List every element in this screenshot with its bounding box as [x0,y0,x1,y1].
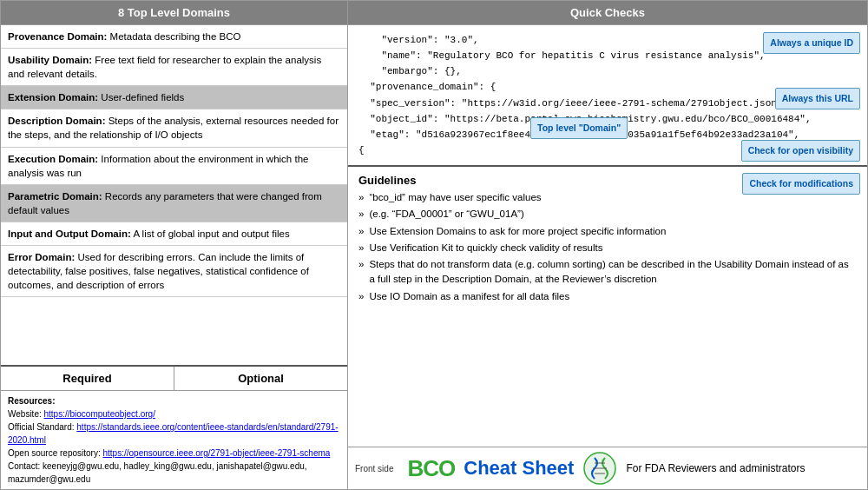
domain-name: Description Domain: [8,116,105,126]
bottom-row: Required Optional [1,365,347,390]
domain-name: Parametric Domain: [8,191,102,202]
domain-row: Parametric Domain: Records any parameter… [1,185,347,222]
website-link[interactable]: https://biocomputeobject.org/ [44,409,155,419]
footer-sub: For FDA Reviewers and administrators [626,462,805,474]
always-unique-id-annotation: Always a unique ID [763,32,860,54]
guideline-item: »(e.g. “FDA_00001” or “GWU_01A”) [358,207,857,222]
domain-name: Usability Domain: [8,55,92,65]
domain-desc: User-defined fields [101,92,184,103]
bco-logo: BCO [407,455,455,482]
repo-link[interactable]: https://opensource.ieee.org/2791-object/… [103,448,331,458]
domain-name: Extension Domain: [8,92,98,103]
left-header: 8 Top Level Domains [1,1,347,25]
domain-name: Execution Domain: [8,154,98,164]
guideline-text: (e.g. “FDA_00001” or “GWU_01A”) [369,207,523,222]
guidelines-section: Guidelines »“bco_id” may have user speci… [348,167,867,447]
standard-label: Official Standard: [8,422,76,432]
guideline-text: Use Extension Domains to ask for more pr… [369,224,666,239]
footer-area: Front side BCO Cheat Sheet For FDA Revie… [348,447,867,489]
bullet: » [358,289,364,304]
json-section: "version": "3.0", "name": "Regulatory BC… [348,25,867,167]
domain-row: Error Domain: Used for describing errors… [1,246,347,297]
domains-container: Provenance Domain: Metadata describing t… [1,25,347,297]
domain-row: Execution Domain: Information about the … [1,148,347,185]
optional-cell: Optional [174,367,347,390]
website-label: Website: [8,409,44,419]
domain-row: Input and Output Domain: A list of globa… [1,222,347,246]
domain-desc: A list of global input and output files [133,228,289,239]
guideline-text: “bco_id” may have user specific values [369,190,541,205]
quick-checks-header: Quick Checks [348,1,867,25]
guideline-text: Use IO Domain as a manifest for all data… [369,289,569,304]
domain-name: Error Domain: [8,252,75,262]
domain-row: Provenance Domain: Metadata describing t… [1,25,347,49]
cheat-sheet-logo: Cheat Sheet [464,457,574,480]
left-panel: 8 Top Level Domains Provenance Domain: M… [1,1,348,489]
repo-label: Open source repository: [8,448,103,458]
front-side-label: Front side [355,464,393,473]
domain-name: Provenance Domain: [8,31,107,42]
guideline-item: »Use Extension Domains to ask for more p… [358,224,857,239]
domain-row: Usability Domain: Free text field for re… [1,49,347,86]
footer-sub-label: For FDA Reviewers and administrators [626,462,805,474]
main-container: 8 Top Level Domains Provenance Domain: M… [0,0,868,490]
domain-row: Extension Domain: User-defined fields [1,86,347,109]
guideline-text: Steps that do not transform data (e.g. c… [369,257,857,288]
guideline-item: »Steps that do not transform data (e.g. … [358,257,857,288]
guideline-item: »Use IO Domain as a manifest for all dat… [358,289,857,304]
resources-section: Resources: Website: https://biocomputeob… [1,390,347,489]
right-panel: Quick Checks "version": "3.0", "name": "… [348,1,867,489]
domain-name: Input and Output Domain: [8,228,131,239]
domain-desc: Metadata describing the BCO [110,31,241,42]
always-this-url-annotation: Always this URL [775,88,860,109]
required-cell: Required [1,367,174,390]
guideline-item: »Use Verification Kit to quickly check v… [358,241,857,255]
bullet: » [358,207,364,222]
bullet: » [358,257,364,288]
top-level-domain-annotation: Top level "Domain" [530,117,628,139]
check-open-visibility-annotation: Check for open visibility [741,140,860,162]
dna-icon [582,451,617,486]
guidelines-list: »“bco_id” may have user specific values»… [358,190,857,304]
bullet: » [358,241,364,255]
bullet: » [358,224,364,239]
bullet: » [358,190,364,205]
contact-info: Contact: keeneyjg@gwu.edu, hadley_king@g… [8,461,307,484]
check-modifications-annotation: Check for modifications [742,173,860,195]
json-line: "embargo": {}, [358,63,857,79]
guideline-text: Use Verification Kit to quickly check va… [369,241,602,255]
resources-title: Resources: [8,396,55,406]
domain-row: Description Domain: Steps of the analysi… [1,109,347,147]
